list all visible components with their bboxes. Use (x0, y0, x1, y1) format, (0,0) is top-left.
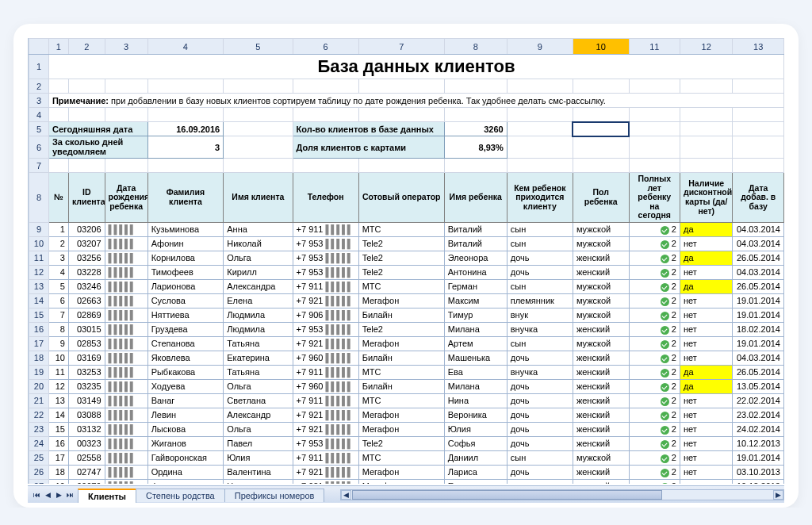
cell-relation[interactable]: дочь (507, 351, 573, 365)
table-column-header[interactable]: Наличие дисконтной карты (да/нет) (680, 173, 733, 223)
cell-n[interactable]: 4 (48, 265, 68, 279)
cell-child-name[interactable]: Даниил (444, 450, 507, 465)
cell-relation[interactable]: внучка (507, 479, 573, 484)
cell-phone[interactable]: +7 960 ▌▌▌▌▌ (293, 379, 358, 393)
cell-id[interactable]: 03207 (68, 236, 105, 251)
sheet-tab[interactable]: Степень родства (136, 489, 225, 502)
cell-id[interactable]: 00679 (68, 479, 105, 484)
cell-relation[interactable]: сын (507, 236, 573, 251)
table-column-header[interactable]: Имя клиента (224, 173, 293, 223)
cell[interactable] (105, 79, 147, 94)
cell-age[interactable]: 2 (629, 308, 680, 322)
cell[interactable] (629, 79, 680, 94)
cell-age[interactable]: 2 (629, 265, 680, 279)
cell-lastname[interactable]: Ванаг (147, 393, 224, 408)
cell[interactable] (629, 108, 680, 122)
row-header[interactable]: 2 (29, 79, 49, 94)
cell[interactable] (733, 136, 784, 159)
cell-id[interactable]: 03256 (68, 251, 105, 265)
cell-age[interactable]: 2 (629, 408, 680, 422)
cell-date-added[interactable]: 26.05.2014 (733, 251, 784, 265)
cell[interactable] (507, 159, 573, 173)
cell-lastname[interactable]: Лыскова (147, 422, 224, 436)
select-all-corner[interactable] (29, 39, 49, 55)
cell-relation[interactable]: дочь (507, 379, 573, 393)
cell-age[interactable]: 2 (629, 365, 680, 379)
column-header[interactable]: 4 (147, 39, 224, 55)
row-header[interactable]: 15 (29, 308, 49, 322)
cell[interactable] (48, 108, 68, 122)
table-column-header[interactable]: Имя ребенка (444, 173, 507, 223)
cell-has-card[interactable]: нет (680, 265, 733, 279)
cell-n[interactable]: 1 (48, 222, 68, 236)
cell-sex[interactable]: женский (573, 322, 629, 336)
cell-firstname[interactable]: Кирилл (224, 265, 293, 279)
cell-child-name[interactable]: Герман (444, 279, 507, 293)
cell-id[interactable]: 02663 (68, 293, 105, 308)
row-header[interactable]: 21 (29, 393, 49, 408)
cell-phone[interactable]: +7 960 ▌▌▌▌▌ (293, 351, 358, 365)
cell-age[interactable]: 2 (629, 351, 680, 365)
cell[interactable] (358, 79, 444, 94)
cell-n[interactable]: 6 (48, 293, 68, 308)
cell-n[interactable]: 18 (48, 465, 68, 479)
cell-child-name[interactable]: Лариса (444, 465, 507, 479)
cell-lastname[interactable]: Суслова (147, 293, 224, 308)
cell-birthdate-redacted[interactable]: ▌▌▌▌▌ (105, 336, 147, 351)
cell-id[interactable]: 03015 (68, 322, 105, 336)
cell-has-card[interactable]: нет (680, 436, 733, 450)
cell-age[interactable]: 2 (629, 422, 680, 436)
cell-relation[interactable]: сын (507, 222, 573, 236)
cell-sex[interactable]: женский (573, 479, 629, 484)
cell-relation[interactable]: племянник (507, 293, 573, 308)
cell-id[interactable]: 02558 (68, 450, 105, 465)
cell[interactable] (293, 159, 358, 173)
row-header[interactable]: 26 (29, 465, 49, 479)
cell-operator[interactable]: Tele2 (358, 236, 444, 251)
cell[interactable] (507, 122, 573, 136)
cell-n[interactable]: 5 (48, 279, 68, 293)
cell[interactable] (147, 79, 224, 94)
row-header[interactable]: 25 (29, 450, 49, 465)
scroll-right-icon[interactable]: ▶ (773, 490, 783, 500)
cell[interactable] (507, 136, 573, 159)
cell-n[interactable]: 10 (48, 351, 68, 365)
cell-lastname[interactable]: Ларионова (147, 279, 224, 293)
cell-date-added[interactable]: 19.01.2014 (733, 308, 784, 322)
cell-operator[interactable]: Мегафон (358, 293, 444, 308)
cell-phone[interactable]: +7 953 ▌▌▌▌▌ (293, 251, 358, 265)
cell[interactable] (105, 108, 147, 122)
cell-date-added[interactable]: 19.01.2014 (733, 450, 784, 465)
cell[interactable] (224, 136, 293, 159)
cell-n[interactable]: 7 (48, 308, 68, 322)
cell[interactable] (444, 79, 507, 94)
cell[interactable] (680, 122, 733, 136)
cell[interactable] (507, 79, 573, 94)
cell-child-name[interactable]: Есения (444, 479, 507, 484)
cell-id[interactable]: 03235 (68, 379, 105, 393)
cell-birthdate-redacted[interactable]: ▌▌▌▌▌ (105, 351, 147, 365)
cell-id[interactable]: 03206 (68, 222, 105, 236)
cell-date-added[interactable]: 04.03.2014 (733, 222, 784, 236)
cell-has-card[interactable]: нет (680, 236, 733, 251)
cell[interactable] (680, 136, 733, 159)
cell-child-name[interactable]: Ева (444, 365, 507, 379)
cell-lastname[interactable]: Тимофеев (147, 265, 224, 279)
cell-age[interactable]: 2 (629, 293, 680, 308)
cell-child-name[interactable]: Максим (444, 293, 507, 308)
cell-age[interactable]: 2 (629, 222, 680, 236)
cell[interactable] (224, 108, 293, 122)
cell-age[interactable]: 2 (629, 251, 680, 265)
cell-operator[interactable]: МТС (358, 365, 444, 379)
column-header[interactable]: 9 (507, 39, 573, 55)
cell-child-name[interactable]: Милана (444, 379, 507, 393)
cell-lastname[interactable]: Груздева (147, 322, 224, 336)
cell-birthdate-redacted[interactable]: ▌▌▌▌▌ (105, 236, 147, 251)
cell-has-card[interactable]: нет (680, 322, 733, 336)
cell-firstname[interactable]: Александр (224, 408, 293, 422)
cell[interactable] (224, 79, 293, 94)
row-header[interactable]: 4 (29, 108, 49, 122)
cell-id[interactable]: 02747 (68, 465, 105, 479)
cell-lastname[interactable]: Ходуева (147, 379, 224, 393)
cell-child-name[interactable]: Антонина (444, 265, 507, 279)
